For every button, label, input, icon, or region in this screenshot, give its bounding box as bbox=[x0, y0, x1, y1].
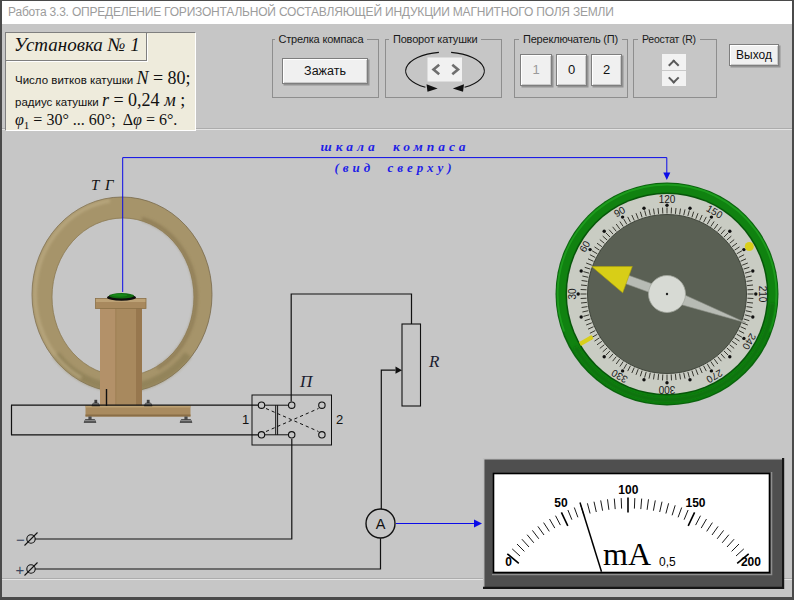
svg-text:100: 100 bbox=[618, 483, 638, 497]
svg-text:30: 30 bbox=[567, 288, 578, 300]
svg-text:120: 120 bbox=[659, 194, 676, 205]
svg-text:50: 50 bbox=[554, 496, 568, 510]
svg-text:mA: mA bbox=[603, 536, 651, 572]
svg-text:200: 200 bbox=[741, 555, 761, 569]
svg-text:A: A bbox=[376, 516, 386, 532]
svg-text:300: 300 bbox=[658, 384, 675, 395]
svg-text:150: 150 bbox=[685, 496, 705, 510]
svg-text:210: 210 bbox=[757, 286, 768, 303]
svg-text:0: 0 bbox=[505, 555, 512, 569]
svg-text:0,5: 0,5 bbox=[659, 555, 676, 569]
